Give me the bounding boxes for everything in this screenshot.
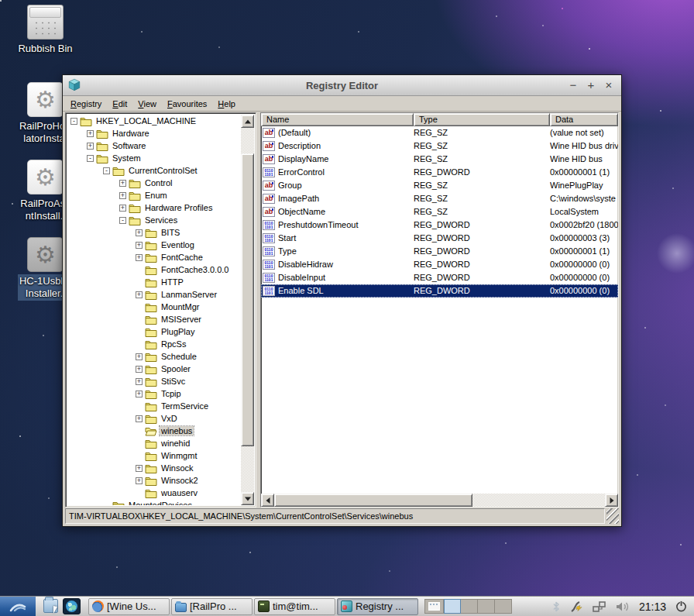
scroll-up-button[interactable] xyxy=(241,115,254,128)
menu-item[interactable]: Help xyxy=(212,98,241,110)
registry-value-row[interactable]: ImagePath REG_SZ C:\windows\syste xyxy=(261,192,618,205)
registry-value-row[interactable]: Type REG_DWORD 0x00000001 (1) xyxy=(261,245,618,258)
tree-item[interactable]: + Spooler xyxy=(67,363,241,375)
registry-value-row[interactable]: DisableInput REG_DWORD 0x00000000 (0) xyxy=(261,271,618,284)
tree-item[interactable]: + Schedule xyxy=(67,350,241,363)
network-places-icon[interactable] xyxy=(592,601,606,613)
tree-item[interactable]: + FontCache xyxy=(67,251,241,263)
tree-item[interactable]: + BITS xyxy=(67,226,241,239)
tree-item[interactable]: MSIServer xyxy=(67,313,241,325)
pager-desktop-cell[interactable] xyxy=(495,599,512,614)
expand-toggle[interactable]: + xyxy=(136,391,143,397)
menu-item[interactable]: Edit xyxy=(107,98,132,110)
registry-value-row[interactable]: Enable SDL REG_DWORD 0x00000000 (0) xyxy=(261,284,618,298)
taskbar-task-button[interactable]: tim@tim... xyxy=(254,598,335,615)
expand-toggle[interactable]: - xyxy=(70,118,77,125)
taskbar-task-button[interactable]: Registry ... xyxy=(337,598,418,615)
bluetooth-icon[interactable] xyxy=(551,601,561,613)
tree-item[interactable]: - System xyxy=(67,152,241,164)
tree-item[interactable]: TermService xyxy=(67,400,241,412)
expand-toggle[interactable]: + xyxy=(136,465,143,472)
registry-value-row[interactable]: DisplayName REG_SZ Wine HID bus xyxy=(261,153,618,166)
clock[interactable]: 21:13 xyxy=(639,601,666,613)
expand-toggle[interactable]: - xyxy=(87,155,94,162)
volume-icon[interactable] xyxy=(615,601,630,613)
menu-item[interactable]: Registry xyxy=(65,98,107,110)
expand-toggle[interactable]: + xyxy=(119,180,126,187)
expand-toggle[interactable]: + xyxy=(136,291,143,298)
registry-value-row[interactable]: (Default) REG_SZ (value not set) xyxy=(261,126,618,139)
scrollbar-thumb[interactable] xyxy=(274,494,472,507)
tree-item[interactable]: + Eventlog xyxy=(67,239,241,251)
desktop-icon[interactable]: Rubbish Bin xyxy=(8,5,83,56)
scroll-down-button[interactable] xyxy=(241,492,254,505)
app-menu-button[interactable] xyxy=(0,597,36,616)
expand-toggle[interactable]: + xyxy=(136,415,143,422)
expand-toggle[interactable]: + xyxy=(136,254,143,261)
expand-toggle[interactable]: + xyxy=(136,477,143,484)
file-manager-launcher[interactable] xyxy=(42,598,60,614)
column-header[interactable]: Name xyxy=(261,113,414,126)
close-button[interactable]: × xyxy=(603,80,614,91)
expand-toggle[interactable]: + xyxy=(136,366,143,373)
tree-item[interactable]: - Services xyxy=(67,214,241,226)
resize-grip[interactable] xyxy=(606,508,619,524)
taskbar-task-button[interactable]: [Wine Us... xyxy=(88,598,170,615)
tree-item[interactable]: winehid xyxy=(67,437,241,449)
tree-item[interactable]: + Software xyxy=(67,139,241,152)
tree-item[interactable]: + Control xyxy=(67,177,241,189)
tree-item[interactable]: + VxD xyxy=(67,412,241,425)
maximize-button[interactable]: + xyxy=(586,80,596,91)
registry-value-row[interactable]: ErrorControl REG_DWORD 0x00000001 (1) xyxy=(261,166,618,179)
tree-item[interactable]: MountMgr xyxy=(67,301,241,313)
menu-item[interactable]: View xyxy=(132,98,162,110)
expand-toggle[interactable]: - xyxy=(119,217,126,224)
tree-item[interactable]: - HKEY_LOCAL_MACHINE xyxy=(67,115,241,127)
tree-item[interactable]: + Hardware xyxy=(67,127,241,139)
tree-item[interactable]: PlugPlay xyxy=(67,325,241,338)
tree-item[interactable]: + Tcpip xyxy=(67,387,241,400)
minimize-button[interactable]: − xyxy=(568,80,579,91)
tree-item[interactable]: + Hardware Profiles xyxy=(67,201,241,214)
column-header[interactable]: Type xyxy=(414,113,550,126)
network-connection-icon[interactable] xyxy=(569,600,583,613)
registry-value-row[interactable]: PreshutdownTimeout REG_DWORD 0x0002bf20 … xyxy=(261,219,618,232)
scroll-right-button[interactable] xyxy=(605,494,618,507)
tree-item[interactable]: Winmgmt xyxy=(67,449,241,462)
tree-item[interactable]: + StiSvc xyxy=(67,375,241,387)
tree-item[interactable]: MountedDevices xyxy=(67,499,241,505)
expand-toggle[interactable]: + xyxy=(136,378,143,385)
column-header[interactable]: Data xyxy=(550,113,618,126)
expand-toggle[interactable]: + xyxy=(119,205,126,212)
pager-desktop-cell[interactable] xyxy=(478,599,495,614)
registry-value-row[interactable]: Group REG_SZ WinePlugPlay xyxy=(261,179,618,192)
tree-item[interactable]: RpcSs xyxy=(67,338,241,350)
expand-toggle[interactable]: + xyxy=(87,130,94,137)
show-desktop-button[interactable] xyxy=(424,599,444,614)
registry-value-row[interactable]: DisableHidraw REG_DWORD 0x00000000 (0) xyxy=(261,258,618,271)
pager-desktop-cell[interactable] xyxy=(461,599,478,614)
tree-item[interactable]: - CurrentControlSet xyxy=(67,164,241,177)
tree-item[interactable]: + Winsock xyxy=(67,462,241,474)
power-icon[interactable] xyxy=(675,600,688,613)
tree-item[interactable]: winebus xyxy=(67,425,241,437)
registry-value-row[interactable]: Start REG_DWORD 0x00000003 (3) xyxy=(261,232,618,245)
scroll-left-button[interactable] xyxy=(261,494,274,507)
expand-toggle[interactable]: + xyxy=(136,242,143,249)
tree-item[interactable]: FontCache3.0.0.0 xyxy=(67,263,241,276)
tree-item[interactable]: HTTP xyxy=(67,276,241,288)
expand-toggle[interactable]: + xyxy=(136,229,143,236)
tree-item[interactable]: + LanmanServer xyxy=(67,288,241,301)
globe-launcher[interactable] xyxy=(63,598,81,614)
expand-toggle[interactable]: + xyxy=(136,353,143,360)
pager-desktop-cell[interactable] xyxy=(444,599,461,614)
expand-toggle[interactable]: + xyxy=(87,143,94,150)
registry-value-row[interactable]: ObjectName REG_SZ LocalSystem xyxy=(261,205,618,219)
tree-item[interactable]: + Winsock2 xyxy=(67,474,241,487)
tree-item[interactable]: + Enum xyxy=(67,189,241,201)
scrollbar-thumb[interactable] xyxy=(241,153,254,446)
titlebar[interactable]: Registry Editor − + × xyxy=(63,75,621,96)
expand-toggle[interactable]: - xyxy=(103,167,110,174)
expand-toggle[interactable]: + xyxy=(119,192,126,199)
taskbar-task-button[interactable]: [RailPro ... xyxy=(171,598,253,615)
